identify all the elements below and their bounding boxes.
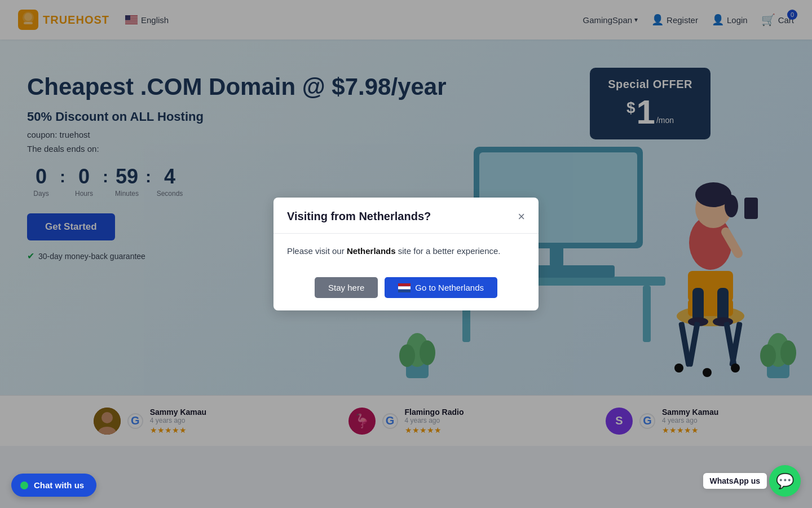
svg-rect-55 xyxy=(398,289,411,292)
go-to-netherlands-button[interactable]: Go to Netherlands xyxy=(385,277,497,298)
chat-online-indicator xyxy=(20,481,28,489)
chat-label: Chat with us xyxy=(34,480,84,490)
geo-modal: Visiting from Netherlands? × Please visi… xyxy=(273,198,539,310)
netherlands-flag-icon xyxy=(398,283,411,292)
modal-body-bold: Netherlands xyxy=(347,246,396,256)
whatsapp-icon: 💬 xyxy=(776,472,794,490)
modal-title: Visiting from Netherlands? xyxy=(287,210,431,223)
modal-header: Visiting from Netherlands? × xyxy=(273,198,539,234)
chat-button[interactable]: Chat with us xyxy=(11,474,96,497)
modal-overlay[interactable]: Visiting from Netherlands? × Please visi… xyxy=(0,0,812,508)
whatsapp-label: WhatsApp us xyxy=(703,473,767,489)
modal-close-button[interactable]: × xyxy=(518,211,525,223)
modal-footer: Stay here Go to Netherlands xyxy=(273,268,539,310)
whatsapp-button[interactable]: 💬 xyxy=(769,465,801,497)
netherlands-btn-label: Go to Netherlands xyxy=(415,283,484,292)
svg-rect-54 xyxy=(398,286,411,289)
modal-body: Please visit our Netherlands site for a … xyxy=(273,234,539,268)
modal-body-prefix: Please visit our xyxy=(287,246,347,256)
modal-body-suffix: site for a better experience. xyxy=(396,246,501,256)
svg-rect-53 xyxy=(398,283,411,286)
stay-here-button[interactable]: Stay here xyxy=(315,277,378,298)
